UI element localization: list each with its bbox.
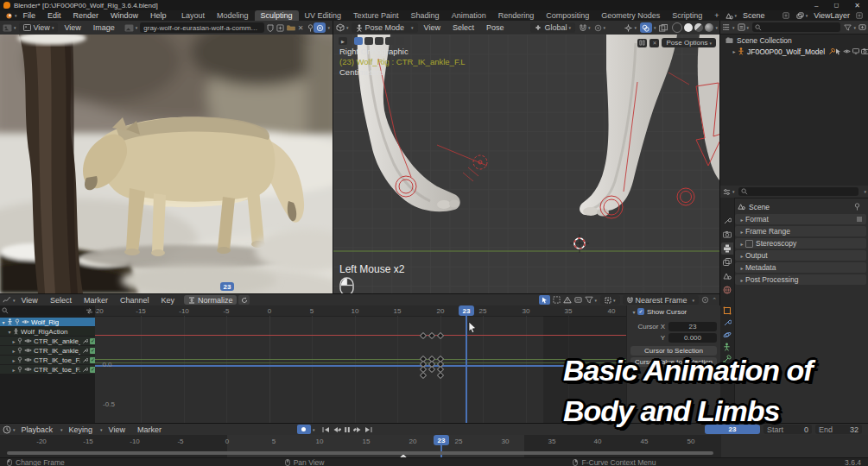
normalize-toggle[interactable]: Normalize xyxy=(184,295,238,305)
add-workspace-button[interactable]: + xyxy=(708,10,725,21)
channel-filter-toggle-icon[interactable] xyxy=(86,308,93,314)
workspace-tab-uv-editing[interactable]: UV Editing xyxy=(299,10,348,21)
image-menu-view[interactable]: View xyxy=(58,23,86,32)
menu-edit[interactable]: Edit xyxy=(41,11,67,20)
eye-channel-icon[interactable] xyxy=(24,348,32,353)
workspace-tab-sculpting[interactable]: Sculpting xyxy=(255,10,299,21)
browse-image-icon[interactable] xyxy=(124,24,134,32)
properties-options-icon[interactable]: ▾ xyxy=(864,189,866,194)
fake-user-shield-icon[interactable] xyxy=(267,24,274,32)
channel-row-ik-toe-r[interactable]: ▸ CTR_IK_toe_F.R ✓ xyxy=(0,365,105,374)
keying-option-4-icon[interactable] xyxy=(385,37,394,45)
proportional-edit-icon[interactable] xyxy=(314,22,326,33)
cursor-y-field[interactable]: 0.000 xyxy=(668,333,717,343)
new-view-layer-icon[interactable] xyxy=(856,12,863,19)
eye-channel-icon[interactable] xyxy=(24,338,32,343)
graph-plot-area[interactable]: -20 -15 -10 -5 0 5 10 15 20 25 30 35 40 xyxy=(95,305,626,424)
selectable-icon[interactable] xyxy=(835,48,841,55)
menu-help[interactable]: Help xyxy=(144,11,173,20)
properties-search-field[interactable] xyxy=(738,187,859,196)
channel-row-wolf-rig[interactable]: ▾ Wolf_Rig xyxy=(0,318,95,326)
workspace-tab-rendering[interactable]: Rendering xyxy=(492,10,541,21)
outliner-row-scene-collection[interactable]: Scene Collection xyxy=(720,35,868,46)
pin-image-icon[interactable] xyxy=(307,24,314,32)
editor-type-timeline-icon[interactable] xyxy=(3,425,11,434)
stereoscopy-checkbox[interactable] xyxy=(745,240,753,248)
image-menu-image[interactable]: Image xyxy=(87,23,121,32)
timeline-menu-playback[interactable]: Playback xyxy=(16,425,60,434)
maximize-button[interactable]: ◻ xyxy=(826,2,846,9)
close-button[interactable]: ✕ xyxy=(846,2,868,9)
new-image-icon[interactable] xyxy=(276,24,284,32)
tab-object-icon[interactable] xyxy=(723,306,732,315)
show-cursor-checkbox[interactable]: ✓ xyxy=(637,308,644,315)
pin-id-icon[interactable] xyxy=(854,203,860,211)
timeline-menu-marker[interactable]: Marker xyxy=(131,425,168,434)
outliner-search-field[interactable] xyxy=(752,22,840,32)
eye-channel-icon[interactable] xyxy=(22,319,29,324)
panel-frame-range[interactable]: ▸Frame Range xyxy=(735,226,866,236)
mode-dropdown[interactable]: Pose Mode▾ xyxy=(352,22,418,33)
frame-end-field[interactable]: End 32 xyxy=(815,425,862,434)
collapse-sidebar-icon[interactable]: ⌃ xyxy=(712,297,717,304)
blender-menu-icon[interactable] xyxy=(4,11,13,20)
graph-menu-select[interactable]: Select xyxy=(44,296,78,305)
workspace-tab-modeling[interactable]: Modeling xyxy=(211,10,255,21)
workspace-tab-shading[interactable]: Shading xyxy=(405,10,446,21)
shading-solid-icon[interactable] xyxy=(684,23,693,32)
channel-row-ik-ankle-l[interactable]: ▸ CTR_IK_ankle_F.L ✓ xyxy=(0,337,105,345)
image-editor-mode-dropdown[interactable]: View▾ xyxy=(19,22,59,33)
cursor-x-field[interactable]: 23 xyxy=(668,322,717,331)
editor-type-3d-viewport-icon[interactable] xyxy=(336,23,345,32)
viewport-menu-pose[interactable]: Pose xyxy=(480,23,510,32)
show-cursor-row[interactable]: ▾ ✓ Show Cursor xyxy=(627,305,720,318)
graph-playhead-badge[interactable]: 23 xyxy=(459,305,474,316)
tab-output-icon[interactable] xyxy=(721,242,733,255)
next-keyframe-button[interactable] xyxy=(353,426,362,433)
pin-channel-icon[interactable] xyxy=(15,318,20,325)
view-layer-selector[interactable]: ViewLayer xyxy=(808,11,856,20)
workspace-tab-animation[interactable]: Animation xyxy=(446,10,492,21)
disable-viewports-icon[interactable] xyxy=(852,48,859,54)
tab-tool-icon[interactable] xyxy=(723,217,732,225)
workspace-tab-geometry-nodes[interactable]: Geometry Nodes xyxy=(595,10,666,21)
tab-modifiers-icon[interactable] xyxy=(723,318,732,327)
editor-type-outliner-icon[interactable] xyxy=(723,23,731,31)
pivot-point-dropdown[interactable]: ▾ xyxy=(600,295,620,305)
graph-menu-view[interactable]: View xyxy=(16,296,44,305)
auto-ik-icon[interactable]: ✕ xyxy=(649,39,659,47)
disable-render-camera-icon[interactable] xyxy=(861,48,868,54)
new-scene-icon[interactable] xyxy=(782,12,789,19)
workspace-tab-compositing[interactable]: Compositing xyxy=(540,10,595,21)
tweak-tool-icon[interactable] xyxy=(539,295,550,305)
auto-keying-record-button[interactable] xyxy=(297,425,311,434)
snap-mode-dropdown[interactable]: Nearest Frame▾ xyxy=(623,295,700,305)
menu-file[interactable]: File xyxy=(17,11,42,20)
outliner-row-wolf-model[interactable]: ▸ JF0O0P00_Wolf_Model xyxy=(720,46,868,57)
keying-option-1-icon[interactable] xyxy=(354,37,363,45)
keying-option-2-icon[interactable] xyxy=(364,37,373,45)
editor-type-properties-icon[interactable] xyxy=(723,188,731,196)
xray-toggle-icon[interactable] xyxy=(659,24,668,32)
panel-post-processing[interactable]: ▸Post Processing xyxy=(735,274,866,285)
pin-channel-icon[interactable] xyxy=(17,366,22,373)
keying-option-3-icon[interactable] xyxy=(375,37,383,45)
show-gizmo-icon[interactable] xyxy=(624,24,632,32)
jump-to-end-button[interactable] xyxy=(364,426,372,433)
pin-channel-icon[interactable] xyxy=(17,347,22,354)
graph-playhead-line[interactable] xyxy=(466,316,467,424)
tab-view-layer-icon[interactable] xyxy=(723,258,732,266)
tab-physics-icon[interactable] xyxy=(723,331,732,339)
mirror-x-icon[interactable] xyxy=(637,39,647,47)
transform-orientation-dropdown[interactable]: Global▾ xyxy=(530,22,575,33)
channel-row-wolf-rig-action[interactable]: ▾ Wolf_RigAction xyxy=(0,327,101,336)
collapse-tools-icon[interactable]: ▶ xyxy=(339,37,347,45)
box-select-icon[interactable] xyxy=(553,296,561,304)
editor-type-graph-icon[interactable] xyxy=(3,296,11,304)
channel-row-ik-ankle-r[interactable]: ▸ CTR_IK_ankle_F.R ✓ xyxy=(0,346,105,355)
panel-format[interactable]: ▸Format xyxy=(735,214,866,224)
minimize-button[interactable]: – xyxy=(807,2,826,9)
workspace-tab-texture-paint[interactable]: Texture Paint xyxy=(347,10,405,21)
open-image-folder-icon[interactable] xyxy=(287,24,295,31)
image-name-field[interactable]: gray-wolf-or-eurasian-wolf-a-common-pred… xyxy=(140,22,264,33)
